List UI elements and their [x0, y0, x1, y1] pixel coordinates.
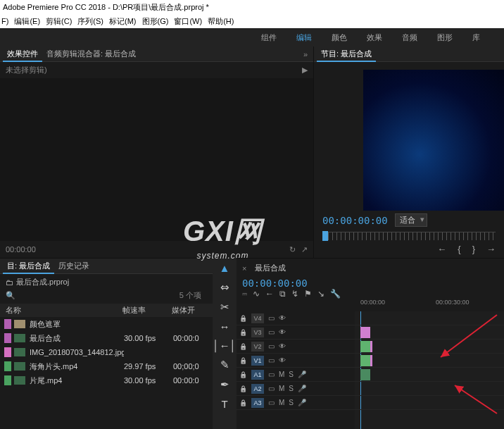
video-track-header[interactable]: V1▭👁: [237, 354, 355, 368]
mute-button[interactable]: M: [279, 371, 284, 378]
toggle-settings[interactable]: 🔧: [330, 289, 341, 299]
timeline-clip[interactable]: [360, 355, 370, 366]
toggle-5[interactable]: ↯: [291, 289, 298, 299]
slip-tool[interactable]: │←│: [213, 340, 237, 352]
track-label[interactable]: V2: [251, 342, 264, 352]
track-lane[interactable]: [355, 325, 504, 340]
timeline-timecode[interactable]: 00:00:00:00: [242, 278, 308, 289]
track-label[interactable]: A3: [251, 398, 264, 408]
toggle-7[interactable]: ↘: [317, 289, 325, 299]
lock-icon[interactable]: [239, 342, 247, 350]
program-timecode[interactable]: 00:00:00:00: [322, 215, 388, 226]
playhead-handle[interactable]: [322, 231, 328, 241]
lock-icon[interactable]: [239, 314, 247, 322]
sync-lock-icon[interactable]: ▭: [268, 399, 275, 406]
track-lane[interactable]: [355, 382, 504, 396]
timeline-clip[interactable]: [370, 341, 372, 352]
sync-lock-icon[interactable]: ▭: [268, 356, 275, 364]
tab-program[interactable]: 节目: 最后合成: [317, 46, 376, 62]
menu-sequence[interactable]: 序列(S): [77, 16, 103, 27]
workspace-effects[interactable]: 效果: [367, 32, 382, 43]
bin-item[interactable]: 颜色遮罩: [0, 317, 213, 331]
tab-effect-controls[interactable]: 效果控件: [3, 46, 42, 62]
workspace-editing[interactable]: 编辑: [296, 32, 312, 43]
workspace-color[interactable]: 颜色: [332, 32, 347, 43]
video-track-header[interactable]: V2▭👁: [237, 340, 355, 354]
voice-icon[interactable]: 🎤: [298, 385, 306, 392]
mark-in-button[interactable]: ←: [437, 244, 446, 256]
eye-icon[interactable]: 👁: [279, 342, 286, 350]
tab-history[interactable]: 历史记录: [54, 259, 94, 274]
brace-in-button[interactable]: {: [458, 244, 460, 256]
col-media-start[interactable]: 媒体开: [172, 305, 207, 316]
ripple-edit-tool[interactable]: ✂: [220, 301, 229, 313]
track-lanes[interactable]: [355, 311, 504, 429]
col-framerate[interactable]: 帧速率: [122, 305, 172, 316]
track-select-tool[interactable]: ⇔: [220, 281, 229, 294]
toggle-2[interactable]: ∿: [253, 289, 260, 299]
close-seq-icon[interactable]: ×: [242, 264, 246, 273]
track-label[interactable]: V4: [251, 313, 264, 323]
audio-track-header[interactable]: A3▭MS🎤: [237, 396, 355, 410]
track-label[interactable]: V1: [251, 356, 264, 366]
track-lane[interactable]: [355, 396, 504, 410]
lock-icon[interactable]: [239, 371, 247, 378]
hand-tool[interactable]: ✒: [220, 378, 229, 391]
solo-button[interactable]: S: [289, 371, 294, 378]
lock-icon[interactable]: [239, 399, 247, 406]
eye-icon[interactable]: 👁: [279, 356, 286, 364]
bin-item[interactable]: 海角片头.mp429.97 fps00;00;0: [0, 359, 213, 373]
audio-track-header[interactable]: A1▭MS🎤: [237, 368, 355, 382]
timeline-clip[interactable]: [360, 369, 370, 380]
timeline-ruler[interactable]: 00:00:0000:00:30:0000:01:00:0000:01:30:0…: [355, 299, 504, 311]
expand-icon[interactable]: ▶: [302, 66, 308, 75]
voice-icon[interactable]: 🎤: [298, 371, 306, 378]
bin-item[interactable]: 片尾.mp430.00 fps00:00:0: [0, 373, 213, 387]
bin-item[interactable]: 最后合成30.00 fps00:00:0: [0, 331, 213, 345]
track-label[interactable]: A2: [251, 384, 264, 394]
mute-button[interactable]: M: [279, 385, 284, 392]
workspace-assembly[interactable]: 组件: [261, 32, 277, 43]
eye-icon[interactable]: 👁: [279, 328, 286, 336]
track-lane[interactable]: [355, 340, 504, 354]
toggle-linked[interactable]: ⧉: [279, 289, 286, 299]
timeline-clip[interactable]: [360, 341, 370, 352]
eye-icon[interactable]: 👁: [279, 314, 286, 322]
timeline-clip[interactable]: [370, 355, 372, 366]
lock-icon[interactable]: [239, 385, 247, 392]
menu-window[interactable]: 窗口(W): [174, 16, 202, 27]
solo-button[interactable]: S: [289, 385, 294, 392]
tab-project[interactable]: 目: 最后合成: [3, 259, 54, 274]
timeline-clip[interactable]: [360, 327, 370, 338]
razor-tool[interactable]: ↔: [220, 321, 230, 332]
pen-tool[interactable]: ✎: [220, 359, 229, 371]
type-tool[interactable]: T: [221, 398, 227, 410]
zoom-fit-dropdown[interactable]: 适合: [395, 213, 427, 227]
tab-audio-clip-mixer[interactable]: 音频剪辑混合器: 最后合成: [42, 46, 140, 62]
toggle-1[interactable]: ⎓: [242, 289, 247, 299]
track-lane[interactable]: [355, 368, 504, 382]
search-icon[interactable]: 🔍: [6, 291, 15, 300]
program-ruler[interactable]: [328, 232, 496, 240]
toggle-snapping[interactable]: ←: [265, 289, 274, 299]
mark-out-button[interactable]: →: [486, 244, 496, 256]
workspace-graphics[interactable]: 图形: [437, 32, 453, 43]
audio-track-header[interactable]: A2▭MS🎤: [237, 382, 355, 396]
col-name[interactable]: 名称: [6, 305, 122, 316]
workspace-audio[interactable]: 音频: [402, 32, 417, 43]
sync-lock-icon[interactable]: ▭: [268, 342, 275, 350]
program-view[interactable]: [314, 62, 504, 211]
bin-item[interactable]: IMG_20180703_144812.jpg: [0, 345, 213, 359]
sync-lock-icon[interactable]: ▭: [268, 314, 275, 322]
menu-marker[interactable]: 标记(M): [109, 16, 137, 27]
video-track-header[interactable]: V4▭👁: [237, 311, 355, 325]
brace-out-button[interactable]: }: [472, 244, 475, 256]
selection-tool[interactable]: ▲: [220, 262, 230, 274]
toggle-marker[interactable]: ⚑: [304, 289, 312, 299]
voice-icon[interactable]: 🎤: [298, 399, 306, 406]
sync-lock-icon[interactable]: ▭: [268, 371, 275, 378]
project-path[interactable]: 最后合成.prproj: [16, 277, 69, 287]
menu-edit[interactable]: 编辑(E): [14, 16, 40, 27]
mute-button[interactable]: M: [279, 399, 284, 406]
lock-icon[interactable]: [239, 356, 247, 364]
